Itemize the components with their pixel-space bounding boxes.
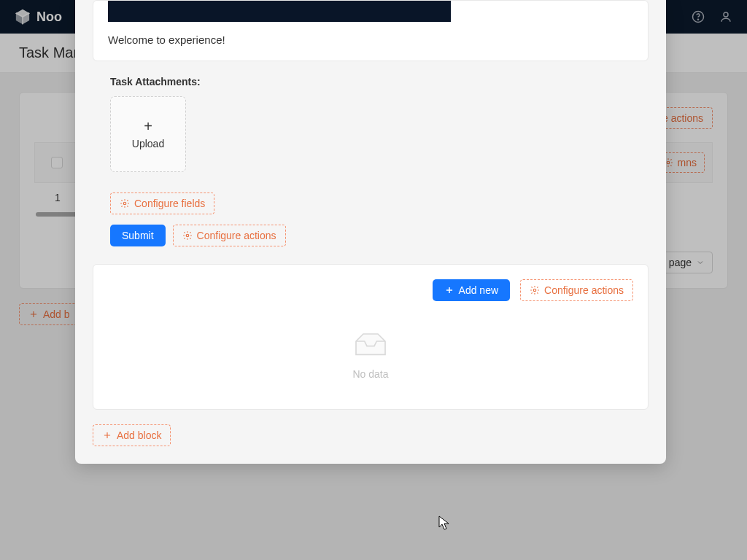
modal-panel: Welcome to experience! Task Attachments:… (75, 0, 666, 464)
configure-fields-button[interactable]: Configure fields (110, 192, 214, 214)
gear-icon (182, 230, 193, 241)
add-block-button[interactable]: Add block (93, 424, 171, 446)
svg-point-7 (533, 289, 536, 292)
plus-icon (102, 430, 112, 440)
empty-state: No data (108, 330, 633, 394)
configure-actions-button-2[interactable]: Configure actions (520, 279, 633, 301)
gear-icon (530, 285, 540, 295)
plus-icon (444, 285, 454, 295)
banner-image (108, 1, 451, 22)
upload-tile[interactable]: + Upload (110, 96, 186, 172)
add-new-button[interactable]: Add new (433, 279, 510, 301)
attachments-label: Task Attachments: (110, 76, 649, 88)
no-data-text: No data (352, 368, 388, 380)
gear-icon (120, 198, 130, 209)
empty-box-icon (350, 330, 391, 359)
submit-button[interactable]: Submit (110, 225, 166, 246)
list-card: Add new Configure actions No data (93, 264, 649, 410)
plus-icon: + (144, 119, 152, 133)
svg-point-6 (186, 234, 189, 237)
svg-point-5 (123, 202, 126, 205)
welcome-text: Welcome to experience! (108, 34, 633, 46)
configure-actions-button[interactable]: Configure actions (173, 225, 286, 246)
upload-label: Upload (132, 138, 164, 149)
form-card: Welcome to experience! (93, 0, 649, 61)
